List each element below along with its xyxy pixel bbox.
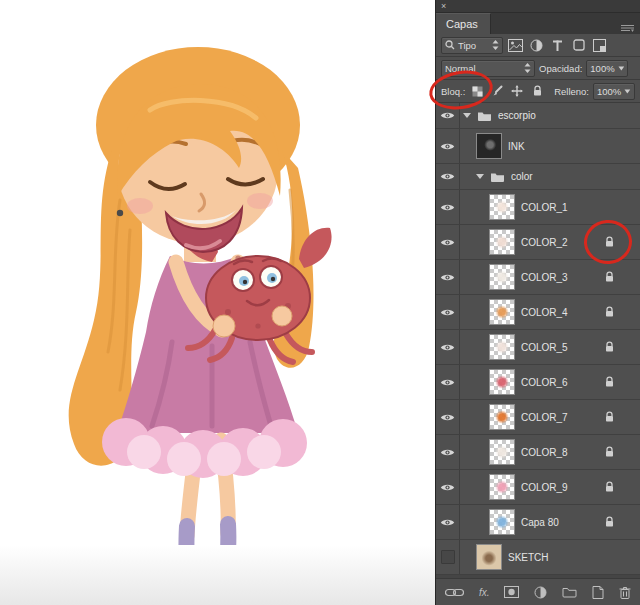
visibility-toggle[interactable] (436, 505, 460, 539)
panel-menu-icon[interactable] (621, 19, 634, 37)
layer-thumbnail[interactable] (489, 229, 515, 255)
layer-style-button[interactable]: fx. (479, 587, 490, 598)
updown-arrows-icon (524, 63, 531, 73)
fill-field[interactable]: 100% (593, 83, 635, 100)
visibility-toggle[interactable] (436, 400, 460, 434)
shape-filter-button[interactable] (570, 37, 587, 54)
layer-thumbnail[interactable] (489, 334, 515, 360)
visibility-toggle[interactable] (436, 164, 460, 189)
lock-all-button[interactable] (529, 83, 545, 99)
pixel-filter-button[interactable] (507, 37, 524, 54)
lock-icon (605, 481, 614, 493)
eye-icon (440, 273, 455, 282)
layer-name: escorpio (498, 110, 536, 121)
lock-icon (605, 271, 614, 283)
visibility-toggle[interactable] (436, 225, 460, 259)
eye-icon (440, 448, 455, 457)
panel-titlebar: × (436, 0, 640, 13)
new-layer-button[interactable] (592, 586, 604, 599)
visibility-toggle[interactable] (436, 435, 460, 469)
lock-icon (605, 446, 614, 458)
layer-thumbnail[interactable] (489, 509, 515, 535)
folder-icon (490, 171, 505, 183)
tab-capas[interactable]: Capas (436, 13, 491, 34)
layer-name: COLOR_5 (521, 342, 568, 353)
panel-close-button[interactable]: × (441, 1, 446, 11)
visibility-toggle[interactable] (436, 470, 460, 504)
lock-position-button[interactable] (509, 83, 525, 99)
layer-name: SKETCH (508, 552, 549, 563)
layer-row-color_8[interactable]: COLOR_8 (436, 435, 640, 470)
blend-mode-select[interactable]: Normal (441, 60, 535, 77)
updown-arrows-icon (492, 40, 499, 50)
lock-icon (605, 341, 614, 353)
lock-transparency-button[interactable] (469, 83, 485, 99)
layer-row-sketch[interactable]: SKETCH (436, 540, 640, 575)
layer-name: COLOR_3 (521, 272, 568, 283)
layer-thumbnail[interactable] (489, 299, 515, 325)
folder-icon (477, 110, 492, 122)
layer-row-color_1[interactable]: COLOR_1 (436, 190, 640, 225)
opacity-field[interactable]: 100% (586, 60, 628, 77)
layers-panel: × Capas Tipo (435, 0, 640, 605)
layer-row-color_3[interactable]: COLOR_3 (436, 260, 640, 295)
disclosure-triangle-icon[interactable] (476, 174, 484, 179)
layer-row-ink[interactable]: INK (436, 129, 640, 164)
adjustment-filter-button[interactable] (528, 37, 545, 54)
layer-name: INK (508, 141, 525, 152)
layer-thumbnail[interactable] (489, 404, 515, 430)
group-row-color[interactable]: color (436, 164, 640, 190)
visibility-toggle[interactable] (436, 365, 460, 399)
new-group-button[interactable] (562, 586, 577, 598)
layer-row-color_5[interactable]: COLOR_5 (436, 330, 640, 365)
layer-name: COLOR_1 (521, 202, 568, 213)
lock-image-button[interactable] (489, 83, 505, 99)
layer-thumbnail[interactable] (476, 133, 502, 159)
fill-label: Relleno: (554, 86, 589, 97)
layer-thumbnail[interactable] (489, 194, 515, 220)
layer-row-color_9[interactable]: COLOR_9 (436, 470, 640, 505)
layer-thumbnail[interactable] (489, 474, 515, 500)
layer-row-color_2[interactable]: COLOR_2 (436, 225, 640, 260)
disclosure-triangle-icon[interactable] (463, 113, 471, 118)
layer-name: COLOR_8 (521, 447, 568, 458)
layer-row-color_6[interactable]: COLOR_6 (436, 365, 640, 400)
link-layers-button[interactable] (445, 588, 464, 597)
type-filter-button[interactable] (549, 37, 566, 54)
eye-icon (440, 483, 455, 492)
earring (117, 210, 123, 216)
dropdown-arrow-icon (624, 89, 631, 94)
lock-icon (605, 306, 614, 318)
layer-row-capa-80[interactable]: Capa 80 (436, 505, 640, 540)
visibility-toggle[interactable] (436, 295, 460, 329)
eye-icon (440, 343, 455, 352)
layer-thumbnail[interactable] (476, 544, 502, 570)
filter-kind-select[interactable]: Tipo (441, 37, 503, 54)
smart-object-filter-button[interactable] (591, 37, 608, 54)
delete-layer-button[interactable] (619, 586, 631, 599)
visibility-toggle[interactable] (436, 330, 460, 364)
opacity-label: Opacidad: (539, 63, 582, 74)
add-layer-mask-button[interactable] (504, 586, 519, 598)
eye-icon (440, 111, 455, 120)
canvas-artboard (0, 0, 435, 605)
layer-row-color_4[interactable]: COLOR_4 (436, 295, 640, 330)
layer-thumbnail[interactable] (489, 369, 515, 395)
visibility-toggle[interactable] (436, 260, 460, 294)
layer-row-color_7[interactable]: COLOR_7 (436, 400, 640, 435)
layer-thumbnail[interactable] (489, 264, 515, 290)
dropdown-arrow-icon (618, 66, 625, 71)
visibility-toggle[interactable] (436, 190, 460, 224)
filter-kind-label: Tipo (458, 40, 489, 51)
visibility-toggle[interactable] (436, 103, 460, 128)
new-adjustment-layer-button[interactable] (534, 586, 547, 599)
lock-label: Bloq.: (441, 86, 465, 97)
lock-row: Bloq.: Relleno: 100% (436, 80, 640, 103)
search-icon (445, 40, 455, 50)
panel-bottom-bar: fx. (436, 578, 640, 605)
group-row-escorpio[interactable]: escorpio (436, 103, 640, 129)
layer-thumbnail[interactable] (489, 439, 515, 465)
eye-icon (440, 238, 455, 247)
visibility-toggle[interactable] (436, 129, 460, 163)
visibility-toggle[interactable] (436, 540, 460, 574)
